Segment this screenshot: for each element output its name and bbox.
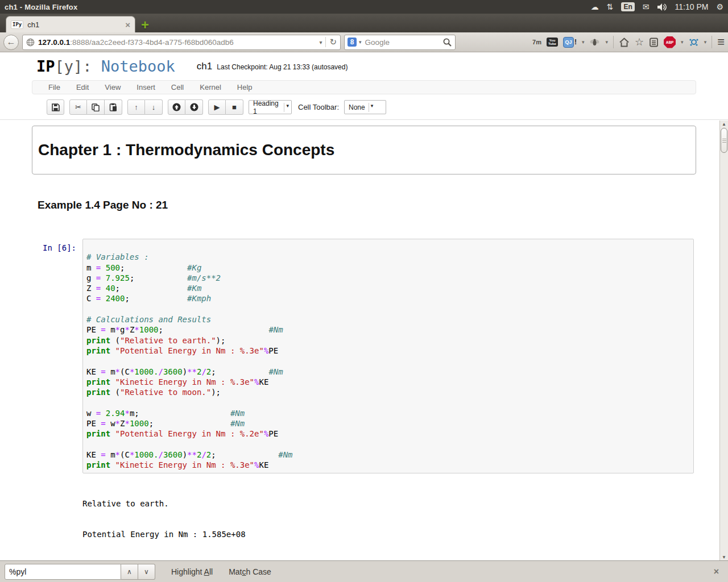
- ipython-logo[interactable]: IP[y]: Notebook: [36, 57, 175, 75]
- vertical-scrollbar[interactable]: ▲ ▼: [719, 120, 728, 560]
- code-line[interactable]: [86, 356, 690, 366]
- clock[interactable]: 11:10 PM: [675, 2, 709, 11]
- code-line[interactable]: print "Kinetic Energy in Nm : %.3e"%KE: [86, 377, 690, 387]
- menu-view[interactable]: View: [97, 83, 129, 92]
- notebook-scroll-area[interactable]: Chapter 1 : Thermodynamics Concepts Exam…: [0, 120, 728, 560]
- cell-type-select[interactable]: Heading 1 ▾: [249, 100, 292, 114]
- code-line[interactable]: g = 7.925; #m/s**2: [86, 273, 690, 283]
- code-line[interactable]: # Variables :: [86, 252, 690, 262]
- code-line[interactable]: PE = w*Z*1000; #Nm: [86, 418, 690, 429]
- menu-file[interactable]: File: [40, 83, 68, 92]
- addon-fly-icon[interactable]: [589, 38, 600, 47]
- new-tab-button[interactable]: +: [135, 18, 155, 32]
- addon-proxy-dropdown-icon[interactable]: ▾: [704, 39, 707, 45]
- bookmarks-list-icon[interactable]: [649, 38, 659, 47]
- code-line[interactable]: C = 2400; #Kmph: [86, 293, 690, 304]
- notebook-toolbar: ✂ ↑ ↓: [32, 99, 696, 115]
- back-button[interactable]: ←: [3, 35, 19, 50]
- cell-toolbar-select[interactable]: None ▾: [344, 100, 386, 114]
- addon-proxy-icon[interactable]: [689, 38, 699, 47]
- bookmark-star-icon[interactable]: ☆: [635, 36, 644, 48]
- heading1-cell-selected[interactable]: Chapter 1 : Thermodynamics Concepts: [32, 126, 696, 174]
- move-cell-down-button[interactable]: ↓: [145, 99, 163, 115]
- addon-qj-dropdown-icon[interactable]: ▾: [582, 39, 585, 45]
- reload-icon[interactable]: ↻: [325, 37, 337, 47]
- tab-ch1[interactable]: IPy ch1 ×: [6, 16, 135, 32]
- code-line[interactable]: # Calculations and Results: [86, 314, 690, 325]
- save-button[interactable]: [47, 99, 64, 115]
- run-cell-button[interactable]: ▶: [208, 99, 226, 115]
- highlight-all-button[interactable]: Highlight All: [171, 567, 213, 576]
- menu-cell[interactable]: Cell: [163, 83, 192, 92]
- addon-qj-icon[interactable]: QJ!: [563, 37, 577, 48]
- adblock-dropdown-icon[interactable]: ▾: [681, 39, 684, 45]
- menu-hamburger-icon[interactable]: ≡: [717, 36, 725, 48]
- find-previous-button[interactable]: ∧: [121, 564, 138, 580]
- search-bar[interactable]: 8 ▾: [344, 35, 456, 50]
- search-input[interactable]: [364, 38, 440, 47]
- keyboard-layout-badge[interactable]: En: [621, 2, 634, 11]
- tab-close-icon[interactable]: ×: [125, 20, 130, 29]
- scrollbar-thumb[interactable]: [721, 128, 727, 153]
- code-line[interactable]: [86, 242, 690, 252]
- code-line[interactable]: print "Kinetic Energy in Nm : %.3e"%KE: [86, 460, 690, 470]
- code-line[interactable]: KE = m*(C*1000./3600)**2/2; #Nm: [86, 367, 690, 377]
- code-line[interactable]: [86, 304, 690, 314]
- insert-cell-above-button[interactable]: [168, 99, 185, 115]
- heading3-cell[interactable]: Example 1.4 Page No : 21: [32, 199, 696, 211]
- insert-cell-below-button[interactable]: [185, 99, 203, 115]
- scrollbar-step-down[interactable]: ▼: [720, 554, 728, 560]
- url-dropdown-icon[interactable]: ▾: [319, 39, 322, 45]
- find-next-button[interactable]: ∨: [138, 564, 155, 580]
- notebook-header: IP[y]: Notebook ch1 Last Checkpoint: Aug…: [0, 52, 728, 80]
- output-prompt-spacer: [32, 479, 82, 560]
- session-gear-icon[interactable]: ⚙: [716, 2, 723, 11]
- code-line[interactable]: [86, 439, 690, 450]
- select-caret-icon: ▾: [284, 103, 289, 112]
- stop-kernel-button[interactable]: ■: [226, 99, 243, 115]
- select-caret-icon: ▾: [369, 103, 374, 112]
- search-engine-dropdown-icon[interactable]: ▾: [359, 39, 362, 45]
- code-line[interactable]: KE = m*(C*1000./3600)**2/2; #Nm: [86, 450, 690, 460]
- code-line[interactable]: print "Potential Energy in Nm : %.3e"%PE: [86, 346, 690, 356]
- circled-down-arrow-icon: [190, 103, 198, 111]
- code-line[interactable]: print ("Relative to moon.");: [86, 387, 690, 397]
- scrollbar-step-up[interactable]: ▲: [720, 120, 728, 127]
- move-cell-up-button[interactable]: ↑: [127, 99, 145, 115]
- cut-button[interactable]: ✂: [69, 99, 87, 115]
- network-traffic-icon[interactable]: ⇅: [607, 2, 614, 11]
- url-text[interactable]: 127.0.0.1:8888/aa2c2eed-f373-4bd4-a775-f…: [38, 38, 316, 47]
- addon-fly-dropdown-icon[interactable]: ▾: [605, 39, 608, 45]
- search-magnifier-icon[interactable]: [442, 38, 452, 47]
- code-line[interactable]: m = 500; #Kg: [86, 263, 690, 273]
- find-input[interactable]: [5, 564, 121, 580]
- floppy-save-icon: [52, 103, 60, 111]
- code-line[interactable]: Z = 40; #Km: [86, 283, 690, 293]
- paste-button[interactable]: [105, 99, 122, 115]
- cloud-sync-icon[interactable]: ☁: [591, 2, 599, 11]
- adblock-plus-icon[interactable]: ABP: [664, 36, 676, 48]
- code-line[interactable]: print ("Relative to earth.");: [86, 335, 690, 346]
- mail-icon[interactable]: ✉: [643, 2, 650, 11]
- menu-kernel[interactable]: Kernel: [192, 83, 229, 92]
- menu-edit[interactable]: Edit: [68, 83, 97, 92]
- copy-button[interactable]: [87, 99, 105, 115]
- url-host: 127.0.0.1: [38, 38, 70, 47]
- menu-insert[interactable]: Insert: [129, 83, 163, 92]
- code-line[interactable]: PE = m*g*Z*1000; #Nm: [86, 325, 690, 335]
- volume-icon[interactable]: [657, 3, 667, 11]
- code-line[interactable]: w = 2.94*m; #Nm: [86, 408, 690, 418]
- addon-youtube-icon[interactable]: YouTube: [547, 38, 558, 47]
- google-engine-icon[interactable]: 8: [348, 38, 357, 47]
- notebook-title[interactable]: ch1: [197, 61, 212, 72]
- code-input-area[interactable]: # Variables :m = 500; #Kgg = 7.925; #m/s…: [82, 239, 694, 473]
- output-area: Relative to earth. Potential Energy in N…: [32, 479, 696, 560]
- find-close-icon[interactable]: ×: [714, 567, 723, 577]
- menu-help[interactable]: Help: [229, 83, 260, 92]
- url-bar[interactable]: 127.0.0.1:8888/aa2c2eed-f373-4bd4-a775-f…: [22, 35, 341, 50]
- addon-7m-icon[interactable]: 7m: [532, 39, 541, 45]
- home-icon[interactable]: [619, 38, 630, 47]
- match-case-button[interactable]: Match Case: [229, 567, 271, 576]
- code-line[interactable]: [86, 397, 690, 408]
- code-line[interactable]: print "Potential Energy in Nm : %.2e"%PE: [86, 429, 690, 439]
